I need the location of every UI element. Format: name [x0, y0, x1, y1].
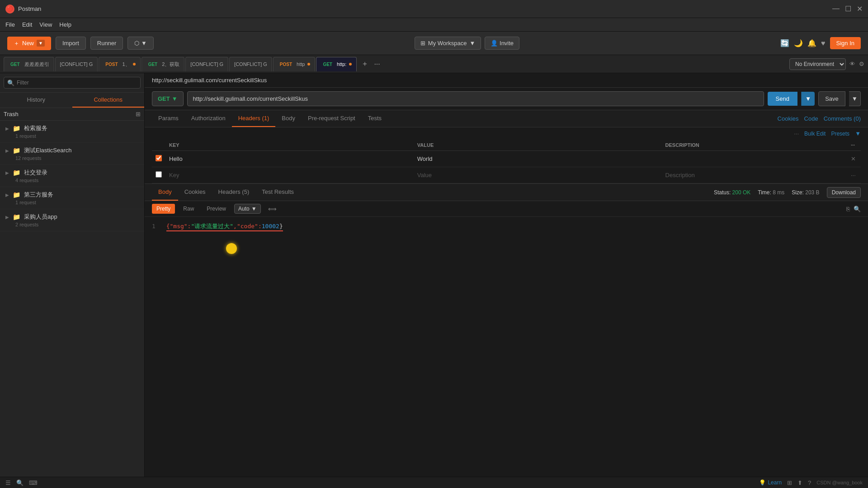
presets-dropdown[interactable]: ▼: [855, 130, 861, 137]
question-icon[interactable]: ?: [808, 479, 811, 486]
method-select[interactable]: GET ▼: [152, 91, 184, 106]
req-tab-authorization[interactable]: Authorization: [185, 110, 232, 127]
save-dropdown-button[interactable]: ▼: [849, 91, 861, 106]
download-button[interactable]: Download: [827, 187, 861, 198]
req-tab-body[interactable]: Body: [275, 110, 302, 127]
url-input[interactable]: [187, 91, 764, 106]
menu-file[interactable]: File: [5, 21, 15, 28]
collection-item-2[interactable]: ▶ 📁 社交登录 4 requests: [0, 165, 144, 187]
minimize-button[interactable]: —: [832, 5, 840, 13]
learn-button[interactable]: 💡 Learn: [759, 479, 782, 486]
body-tab-preview[interactable]: Preview: [202, 204, 231, 214]
runner-button[interactable]: Runner: [90, 37, 123, 50]
sidebar-tab-history[interactable]: History: [0, 93, 72, 108]
sync-icon[interactable]: 🔄: [780, 39, 789, 47]
toolbar-center: ⊞ My Workspace ▼ 👤 Invite: [158, 37, 776, 50]
header-key-1[interactable]: [169, 172, 410, 178]
header-desc-0[interactable]: [665, 155, 844, 162]
collections-list: ▶ 📁 检索服务 1 request ▶ 📁 测试ElasticSearch 1…: [0, 121, 144, 477]
wrap-icon[interactable]: ⟺: [268, 206, 277, 212]
cookies-link[interactable]: Cookies: [778, 115, 799, 122]
comments-link[interactable]: Comments (0): [824, 115, 861, 122]
header-key-0[interactable]: [169, 155, 410, 162]
tab-conflict-1[interactable]: [CONFLICT] G: [55, 57, 98, 71]
lightbulb-icon: 💡: [759, 479, 766, 486]
heart-icon[interactable]: ♥: [821, 39, 826, 47]
header-value-1[interactable]: [417, 172, 658, 178]
req-tab-headers[interactable]: Headers (1): [232, 110, 276, 127]
eye-icon[interactable]: 👁: [849, 61, 855, 67]
resp-tab-test-results[interactable]: Test Results: [255, 184, 300, 201]
maximize-button[interactable]: ☐: [845, 5, 851, 13]
tab-get-1[interactable]: GET 差差差差引: [4, 57, 54, 71]
collection-item-0[interactable]: ▶ 📁 检索服务 1 request: [0, 121, 144, 143]
console-icon[interactable]: ⌨: [29, 479, 38, 486]
bulk-edit-button[interactable]: Bulk Edit: [804, 131, 826, 137]
status-label: Status: 200 OK: [714, 189, 750, 196]
sign-in-button[interactable]: Sign In: [830, 37, 861, 49]
new-tab-button[interactable]: ＋: [359, 59, 370, 69]
status-bar: ☰ 🔍 ⌨ 💡 Learn ⊞ ⬆ ? CSDN @wang_book: [0, 477, 868, 488]
header-more-1[interactable]: ···: [851, 172, 856, 178]
builder-button[interactable]: ⬡ ▼: [127, 37, 153, 50]
upload-icon[interactable]: ⬆: [797, 479, 802, 486]
sidebar-toggle-icon[interactable]: ☰: [5, 479, 11, 486]
tab-label-active: http:: [337, 61, 346, 67]
copy-icon[interactable]: ⎘: [846, 206, 850, 212]
header-desc-1[interactable]: [665, 172, 844, 178]
tab-label-get2: 2、获取: [162, 61, 179, 68]
format-dropdown: ▼: [251, 206, 257, 212]
menu-edit[interactable]: Edit: [22, 21, 32, 28]
menu-view[interactable]: View: [39, 21, 52, 28]
collection-item-3[interactable]: ▶ 📁 第三方服务 1 request: [0, 187, 144, 209]
response-status-row: Status: 200 OK Time: 8 ms Size: 203 B Do…: [714, 187, 861, 198]
tab-more-button[interactable]: ···: [372, 60, 382, 68]
header-value-0[interactable]: [417, 155, 658, 162]
sidebar-tab-collections[interactable]: Collections: [72, 93, 145, 108]
menu-help[interactable]: Help: [59, 21, 71, 28]
collection-item-1[interactable]: ▶ 📁 测试ElasticSearch 12 requests: [0, 143, 144, 165]
tab-get-2[interactable]: GET 2、获取: [142, 57, 185, 71]
bell-icon[interactable]: 🔔: [807, 39, 816, 47]
settings-icon[interactable]: ⚙: [859, 61, 864, 67]
resp-tab-headers[interactable]: Headers (5): [212, 184, 256, 201]
tab-get-active[interactable]: GET http:: [316, 57, 357, 71]
format-select[interactable]: Auto ▼: [234, 204, 261, 214]
environment-select[interactable]: No Environment: [789, 58, 846, 70]
workspace-button[interactable]: ⊞ My Workspace ▼: [415, 37, 481, 50]
moon-icon[interactable]: 🌙: [794, 39, 803, 47]
send-button[interactable]: Send: [768, 92, 797, 106]
resp-tab-body[interactable]: Body: [152, 184, 178, 201]
header-checkbox-1[interactable]: [156, 171, 162, 178]
save-button[interactable]: Save: [818, 91, 845, 106]
header-more-0[interactable]: ✕: [851, 155, 856, 162]
headers-table-area: ··· Bulk Edit Presets ▼ KEY VALUE DESCRI…: [145, 127, 868, 183]
filter-input[interactable]: [4, 77, 141, 89]
more-options-icon[interactable]: ···: [794, 130, 799, 137]
invite-button[interactable]: 👤 Invite: [485, 37, 519, 50]
presets-button[interactable]: Presets: [831, 131, 849, 137]
req-tab-tests[interactable]: Tests: [362, 110, 388, 127]
tab-post-1[interactable]: POST 1、: [99, 57, 140, 71]
import-button[interactable]: Import: [56, 37, 86, 50]
search-response-icon[interactable]: 🔍: [854, 206, 861, 212]
tab-dot-active: [349, 63, 352, 66]
new-button[interactable]: ＋ New ▼: [7, 37, 51, 50]
collection-item-4[interactable]: ▶ 📁 采购人员app 2 requests: [0, 209, 144, 231]
grid-status-icon[interactable]: ⊞: [787, 479, 792, 486]
header-checkbox-0[interactable]: [156, 155, 162, 162]
req-tab-prerequest[interactable]: Pre-request Script: [302, 110, 362, 127]
req-tab-params[interactable]: Params: [152, 110, 185, 127]
add-collection-icon[interactable]: ⊞: [136, 111, 141, 117]
new-dropdown-arrow[interactable]: ▼: [37, 40, 45, 47]
code-link[interactable]: Code: [804, 115, 818, 122]
close-button[interactable]: ✕: [857, 5, 863, 13]
resp-tab-cookies[interactable]: Cookies: [178, 184, 212, 201]
search-status-icon[interactable]: 🔍: [16, 479, 24, 486]
send-dropdown-button[interactable]: ▼: [801, 92, 815, 106]
tab-conflict-2[interactable]: [CONFLICT] G: [185, 57, 228, 71]
body-tab-raw[interactable]: Raw: [179, 204, 198, 214]
tab-conflict-3[interactable]: [CONFLICT] G: [229, 57, 272, 71]
body-tab-pretty[interactable]: Pretty: [152, 204, 175, 214]
tab-post-2[interactable]: POST http: [273, 57, 316, 71]
